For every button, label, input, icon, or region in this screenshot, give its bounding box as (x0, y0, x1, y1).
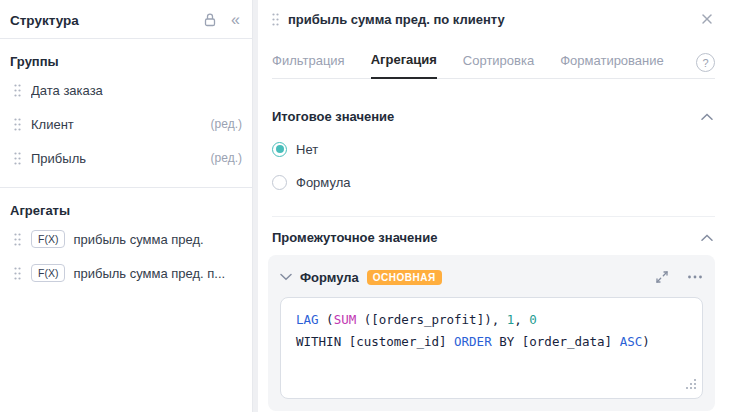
total-value-section-header: Итоговое значение (272, 109, 715, 124)
radio-selected-icon[interactable] (272, 142, 287, 157)
radio-label: Нет (296, 142, 318, 157)
tab-sorting[interactable]: Сортировка (463, 53, 534, 78)
help-icon[interactable]: ? (696, 53, 715, 72)
formula-line: WITHIN [customer_id] ORDER BY [order_dat… (296, 331, 687, 353)
edited-flag: (ред.) (211, 117, 242, 131)
formula-badge: F(X) (31, 230, 65, 248)
lock-icon[interactable] (203, 12, 217, 28)
intermediate-value-section-header: Промежуточное значение (272, 230, 715, 245)
drag-handle-icon[interactable] (14, 233, 21, 246)
aggregate-item-label: прибыль сумма пред. (73, 232, 203, 247)
chevron-up-icon[interactable] (699, 111, 715, 123)
collapse-sidebar-icon[interactable]: « (231, 12, 240, 28)
drag-handle-icon[interactable] (14, 267, 21, 280)
formula-card: Формула ОСНОВНАЯ (268, 255, 715, 411)
tab-aggregation[interactable]: Агрегация (371, 52, 437, 79)
more-options-icon[interactable] (687, 270, 703, 284)
sidebar-title: Структура (10, 13, 79, 28)
divider (272, 216, 715, 217)
group-item-label: Клиент (31, 117, 74, 132)
group-item-order-date[interactable]: Дата заказа (0, 73, 252, 107)
radio-option-none[interactable]: Нет (272, 141, 715, 157)
resize-handle-icon[interactable] (685, 376, 697, 394)
formula-card-header: Формула ОСНОВНАЯ (280, 265, 703, 289)
formula-card-title: Формула (300, 270, 359, 285)
panel-title: прибыль сумма пред. по клиенту (288, 12, 505, 27)
tab-bar: Фильтрация Агрегация Сортировка Форматир… (272, 52, 715, 79)
section-title: Итоговое значение (272, 109, 394, 124)
close-icon[interactable] (699, 11, 715, 27)
aggregate-item-2[interactable]: F(X) прибыль сумма пред. п... (0, 256, 252, 290)
tab-filtering[interactable]: Фильтрация (272, 53, 345, 78)
expand-icon[interactable] (655, 270, 669, 284)
radio-option-formula[interactable]: Формула (272, 174, 715, 190)
group-item-label: Прибыль (31, 151, 86, 166)
structure-sidebar: Структура « Группы Д (0, 0, 252, 412)
drag-handle-icon[interactable] (272, 13, 279, 26)
section-title: Промежуточное значение (272, 230, 437, 245)
sidebar-header: Структура « (0, 8, 252, 32)
app-window: Структура « Группы Д (0, 0, 729, 412)
group-item-label: Дата заказа (31, 83, 103, 98)
divider (0, 38, 252, 39)
primary-badge: ОСНОВНАЯ (367, 270, 442, 285)
radio-label: Формула (296, 175, 350, 190)
tab-formatting[interactable]: Форматирование (560, 53, 664, 78)
formula-badge: F(X) (31, 264, 65, 282)
formula-editor[interactable]: LAG (SUM ([orders_profit]), 1, 0 WITHIN … (280, 297, 703, 399)
formula-line: LAG (SUM ([orders_profit]), 1, 0 (296, 309, 687, 331)
group-item-client[interactable]: Клиент (ред.) (0, 107, 252, 141)
group-item-profit[interactable]: Прибыль (ред.) (0, 141, 252, 175)
groups-heading: Группы (10, 54, 242, 69)
chevron-down-icon[interactable] (280, 273, 292, 281)
drag-handle-icon[interactable] (14, 84, 21, 97)
divider (0, 187, 252, 188)
radio-unselected-icon[interactable] (272, 175, 287, 190)
aggregates-heading: Агрегаты (10, 203, 242, 218)
aggregate-item-label: прибыль сумма пред. п... (73, 266, 225, 281)
drag-handle-icon[interactable] (14, 118, 21, 131)
edited-flag: (ред.) (211, 151, 242, 165)
aggregate-item-1[interactable]: F(X) прибыль сумма пред. (0, 222, 252, 256)
drag-handle-icon[interactable] (14, 152, 21, 165)
panel-header: прибыль сумма пред. по клиенту (272, 8, 715, 30)
field-settings-panel: прибыль сумма пред. по клиенту Фильтраци… (258, 0, 729, 412)
chevron-up-icon[interactable] (699, 232, 715, 244)
